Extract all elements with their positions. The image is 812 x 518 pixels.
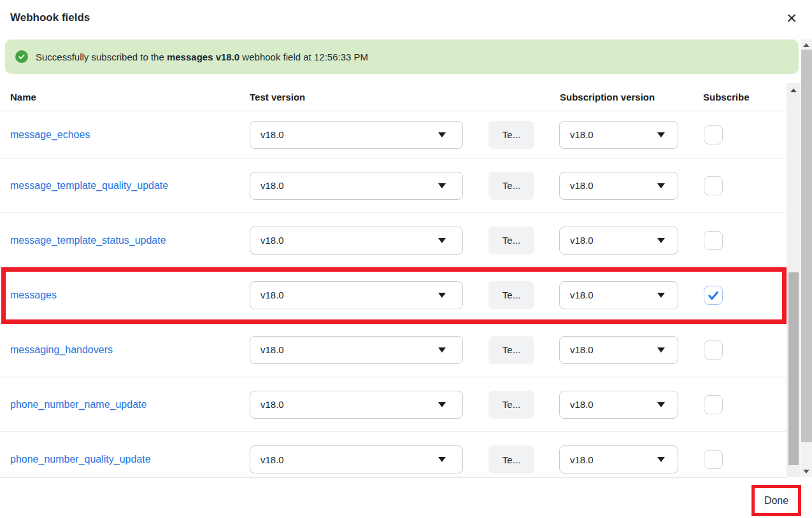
column-header-name: Name: [10, 92, 36, 102]
subscription-version-dropdown[interactable]: v18.0: [559, 281, 678, 309]
subscribe-checkbox[interactable]: [704, 450, 723, 469]
subscribe-checkbox[interactable]: [704, 286, 723, 305]
success-check-icon: [15, 50, 28, 63]
subscription-version-value: v18.0: [570, 344, 594, 355]
test-button[interactable]: Te...: [488, 336, 534, 364]
test-version-dropdown[interactable]: v18.0: [250, 445, 463, 473]
table-row: phone_number_name_update v18.0 Te... v18…: [0, 377, 787, 432]
webhook-row-list: message_echoes v18.0 Te... v18.0 message…: [0, 111, 787, 477]
test-version-dropdown[interactable]: v18.0: [250, 227, 463, 255]
subscription-version-value: v18.0: [570, 129, 594, 140]
webhook-field-link[interactable]: message_template_status_update: [10, 235, 166, 246]
column-header-test-version: Test version: [250, 92, 305, 102]
scroll-up-icon[interactable]: [803, 43, 809, 47]
subscribe-checkbox[interactable]: [704, 395, 723, 414]
subscribe-checkbox[interactable]: [704, 176, 723, 195]
chevron-down-icon: [657, 183, 665, 188]
webhook-field-link[interactable]: messages: [10, 290, 57, 301]
test-version-value: v18.0: [260, 290, 284, 300]
test-version-value: v18.0: [260, 399, 284, 410]
table-scrollbar-thumb[interactable]: [788, 272, 799, 465]
table-scroll-up-icon[interactable]: [790, 88, 797, 92]
test-button[interactable]: Te...: [488, 227, 534, 255]
chevron-down-icon: [657, 402, 665, 407]
subscription-version-value: v18.0: [570, 290, 594, 300]
check-icon: [707, 289, 720, 302]
dialog-scrollbar-thumb[interactable]: [801, 50, 812, 442]
subscription-version-dropdown[interactable]: v18.0: [559, 445, 678, 473]
test-button[interactable]: Te...: [488, 445, 534, 473]
table-header: Name Test version Subscription version S…: [0, 85, 787, 111]
test-version-dropdown[interactable]: v18.0: [250, 391, 463, 419]
subscription-version-dropdown[interactable]: v18.0: [559, 391, 678, 419]
test-version-value: v18.0: [260, 454, 284, 465]
subscription-version-dropdown[interactable]: v18.0: [559, 172, 678, 200]
test-version-value: v18.0: [260, 344, 284, 355]
table-row: phone_number_quality_update v18.0 Te... …: [0, 432, 787, 477]
subscribe-checkbox[interactable]: [704, 340, 723, 360]
column-header-subscription-version: Subscription version: [560, 92, 655, 102]
webhook-field-link[interactable]: message_echoes: [10, 129, 90, 141]
test-button[interactable]: Te...: [488, 121, 534, 149]
test-button[interactable]: Te...: [488, 172, 534, 200]
test-button[interactable]: Te...: [488, 281, 534, 309]
subscription-version-dropdown[interactable]: v18.0: [559, 227, 678, 255]
subscription-version-value: v18.0: [570, 454, 594, 465]
table-row: message_template_status_update v18.0 Te.…: [0, 213, 787, 268]
chevron-down-icon: [657, 457, 665, 462]
chevron-down-icon: [657, 293, 665, 298]
chevron-down-icon: [657, 347, 665, 353]
dialog-title: Webhook fields: [10, 11, 90, 24]
test-version-dropdown[interactable]: v18.0: [250, 336, 463, 364]
done-button[interactable]: Done: [755, 488, 798, 513]
test-version-dropdown[interactable]: v18.0: [250, 121, 463, 149]
test-version-value: v18.0: [260, 180, 284, 191]
webhook-field-link[interactable]: messaging_handovers: [10, 344, 113, 356]
webhook-field-link[interactable]: phone_number_name_update: [10, 399, 146, 410]
webhook-fields-dialog: Webhook fields ✕ Successfully subscribed…: [0, 0, 812, 518]
subscription-version-dropdown[interactable]: v18.0: [559, 336, 678, 364]
success-message-bold: messages v18.0: [167, 52, 239, 62]
test-version-dropdown[interactable]: v18.0: [250, 281, 463, 309]
subscription-version-dropdown[interactable]: v18.0: [559, 121, 678, 149]
subscribe-checkbox[interactable]: [704, 231, 723, 250]
test-version-dropdown[interactable]: v18.0: [250, 172, 463, 200]
table-row: message_template_quality_update v18.0 Te…: [0, 158, 787, 213]
footer-divider: [0, 477, 787, 478]
chevron-down-icon: [438, 402, 446, 407]
subscription-version-value: v18.0: [570, 399, 594, 410]
dialog-scrollbar[interactable]: [801, 39, 812, 477]
subscription-version-value: v18.0: [570, 235, 594, 246]
table-row: message_echoes v18.0 Te... v18.0: [0, 111, 787, 158]
chevron-down-icon: [657, 132, 665, 137]
chevron-down-icon: [438, 293, 446, 298]
table-row: messaging_handovers v18.0 Te... v18.0: [0, 323, 787, 377]
table-row: messages v18.0 Te... v18.0: [0, 268, 787, 323]
column-header-subscribe: Subscribe: [703, 92, 750, 102]
subscription-version-value: v18.0: [570, 180, 594, 191]
scroll-down-icon[interactable]: [803, 470, 809, 473]
success-message: Successfully subscribed to the messages …: [36, 52, 368, 62]
chevron-down-icon: [438, 132, 446, 137]
table-scrollbar[interactable]: [787, 83, 801, 477]
success-banner: Successfully subscribed to the messages …: [5, 39, 799, 74]
subscribe-checkbox[interactable]: [704, 125, 723, 144]
webhook-field-link[interactable]: phone_number_quality_update: [10, 454, 151, 465]
test-version-value: v18.0: [260, 235, 284, 246]
chevron-down-icon: [438, 238, 446, 243]
close-icon[interactable]: ✕: [783, 10, 800, 27]
webhook-field-link[interactable]: message_template_quality_update: [10, 180, 168, 192]
test-version-value: v18.0: [260, 129, 284, 140]
test-button[interactable]: Te...: [488, 391, 534, 419]
chevron-down-icon: [438, 457, 446, 462]
chevron-down-icon: [438, 347, 446, 353]
chevron-down-icon: [438, 183, 446, 188]
chevron-down-icon: [657, 238, 665, 243]
